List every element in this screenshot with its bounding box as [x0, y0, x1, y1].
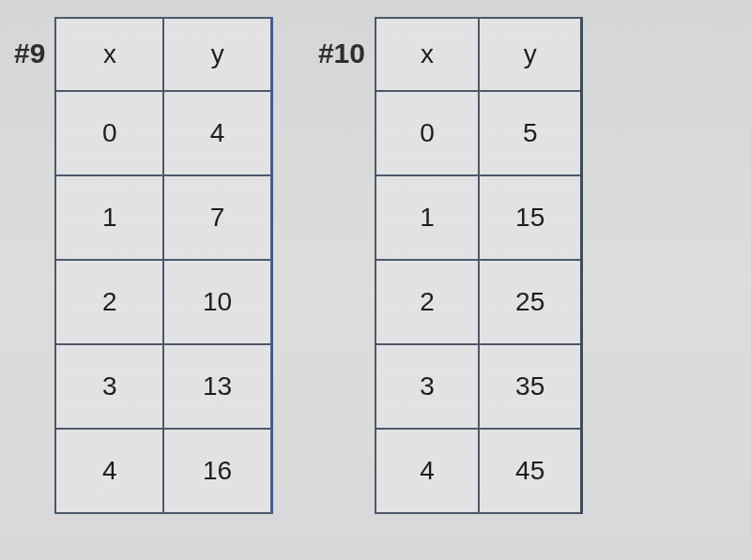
- table-9: x y 0 4 1 7 2 10 3 13 4 16: [54, 17, 273, 514]
- cell-x: 0: [55, 91, 163, 175]
- table-row: 1 15: [376, 175, 582, 260]
- problem-9-label: #9: [14, 38, 45, 69]
- worksheet-container: #9 x y 0 4 1 7 2 10 3 13 4: [0, 0, 751, 531]
- table-row: 0 5: [376, 91, 582, 175]
- cell-x: 3: [376, 344, 479, 429]
- cell-y: 35: [479, 344, 582, 429]
- cell-y: 45: [479, 429, 582, 513]
- cell-x: 1: [55, 175, 163, 260]
- header-x: x: [376, 18, 479, 91]
- problem-9: #9 x y 0 4 1 7 2 10 3 13 4: [14, 17, 273, 514]
- cell-x: 3: [55, 344, 163, 429]
- cell-y: 16: [163, 429, 271, 513]
- cell-x: 4: [376, 429, 479, 513]
- table-row: 3 35: [376, 344, 582, 429]
- cell-y: 13: [163, 344, 271, 429]
- cell-x: 2: [376, 260, 479, 344]
- header-y: y: [479, 18, 582, 91]
- table-row: 3 13: [55, 344, 271, 429]
- table-row: 4 16: [55, 429, 271, 513]
- table-10: x y 0 5 1 15 2 25 3 35 4 45: [375, 17, 584, 514]
- cell-y: 10: [163, 260, 271, 344]
- cell-y: 5: [479, 91, 582, 175]
- cell-x: 1: [376, 175, 479, 260]
- problem-10-label: #10: [318, 38, 365, 69]
- cell-y: 25: [479, 260, 582, 344]
- problem-10: #10 x y 0 5 1 15 2 25 3 35 4: [318, 17, 584, 514]
- table-row: 0 4: [55, 91, 271, 175]
- table-row: 4 45: [376, 429, 582, 513]
- header-x: x: [55, 18, 163, 91]
- cell-x: 0: [376, 91, 479, 175]
- cell-y: 4: [163, 91, 271, 175]
- table-row: 2 25: [376, 260, 582, 344]
- header-y: y: [163, 18, 271, 91]
- cell-y: 15: [479, 175, 582, 260]
- table-row: 2 10: [55, 260, 271, 344]
- table-header-row: x y: [376, 18, 582, 91]
- cell-x: 4: [55, 429, 163, 513]
- table-header-row: x y: [55, 18, 271, 91]
- table-row: 1 7: [55, 175, 271, 260]
- cell-y: 7: [163, 175, 271, 260]
- cell-x: 2: [55, 260, 163, 344]
